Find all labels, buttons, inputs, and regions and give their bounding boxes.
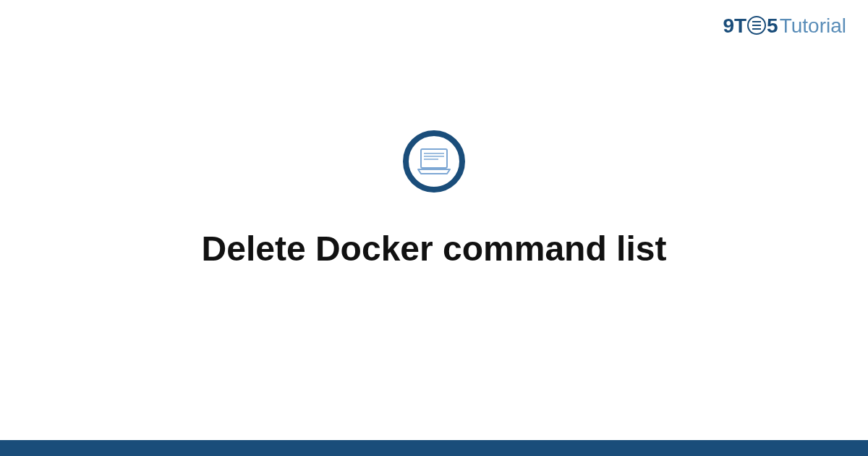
logo-text-5: 5 — [767, 14, 778, 38]
footer-bar — [0, 440, 868, 456]
laptop-icon — [417, 148, 451, 175]
logo-text-tutorial: Tutorial — [780, 14, 846, 38]
site-logo: 9T 5 Tutorial — [723, 14, 846, 38]
main-content: Delete Docker command list — [0, 0, 868, 456]
logo-circle-icon — [747, 16, 766, 35]
tutorial-icon-circle — [403, 130, 465, 193]
logo-text-9t: 9T — [723, 14, 746, 38]
svg-rect-0 — [421, 149, 447, 168]
page-title: Delete Docker command list — [202, 229, 667, 269]
